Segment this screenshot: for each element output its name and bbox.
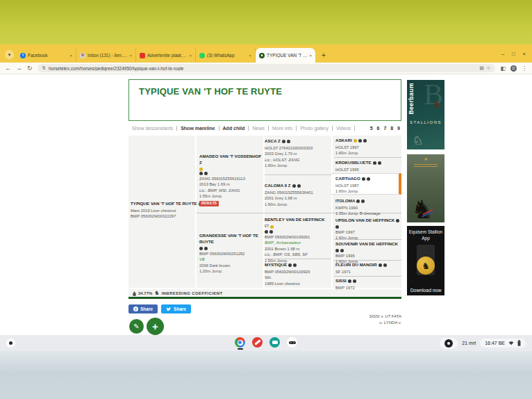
shelf-date[interactable]: 21 mrt (462, 341, 476, 345)
media-icon[interactable] (373, 161, 376, 165)
media-icon[interactable] (358, 139, 362, 142)
tab-advertentie[interactable]: Advertentie plaatsen 478482... × (136, 48, 196, 63)
close-tab-icon[interactable]: × (249, 54, 251, 58)
media-icon[interactable] (199, 247, 203, 250)
pedigree-icon[interactable] (353, 279, 356, 283)
red-app[interactable] (252, 337, 263, 348)
horse-link[interactable]: CARTHAGO (335, 176, 360, 182)
horse-link[interactable]: AMADEO VAN 'T VOSSENHOF Z (199, 154, 263, 166)
approved-icon[interactable] (199, 168, 203, 171)
studbook-link[interactable]: BWP_Ambassadeur (265, 240, 330, 245)
horse-link[interactable]: CALOMA II Z (265, 183, 291, 189)
horse-link[interactable]: KROKUSBLUETE (335, 160, 372, 166)
menu-videos[interactable]: Videos (332, 126, 355, 131)
pedigree-icon[interactable] (287, 140, 290, 143)
games-app[interactable] (287, 337, 297, 348)
translate-icon[interactable]: ▤ (479, 65, 483, 71)
site-settings-icon[interactable]: ⇅ (42, 65, 46, 71)
horse-link[interactable]: GRANDESSE VAN 'T HOF TE RUYTE (199, 233, 263, 245)
pedigree-icon[interactable] (378, 161, 381, 165)
media-icon[interactable] (356, 200, 360, 203)
profile-avatar[interactable]: D (510, 65, 517, 72)
media-icon[interactable] (396, 219, 399, 222)
forward-icon[interactable]: → (16, 65, 22, 72)
chrome-app[interactable] (235, 337, 245, 350)
media-icon[interactable] (282, 140, 285, 143)
horse-link[interactable]: BENTLEY VAN DE HEFFINCK (265, 217, 324, 223)
menu-more-info[interactable]: More info (268, 126, 296, 131)
maximize-button[interactable]: □ (512, 51, 515, 57)
close-tab-icon[interactable]: × (129, 54, 132, 58)
minimize-button[interactable]: – (501, 51, 504, 57)
pedigree-icon[interactable] (340, 249, 344, 252)
approved-icon[interactable] (270, 225, 274, 229)
pedigree-icon[interactable] (367, 177, 370, 181)
horse-link[interactable]: UPSILON VAN DE HEFFINCK (335, 218, 394, 224)
menu-news[interactable]: News (248, 126, 268, 131)
stallion-center-ad[interactable]: ✶ ♞ (407, 154, 444, 222)
pedigree-icon[interactable] (204, 247, 208, 250)
system-tray[interactable]: 16:47 BE (480, 339, 526, 348)
add-button[interactable]: + (147, 318, 164, 335)
close-window-button[interactable]: × (523, 51, 526, 57)
close-tab-icon[interactable]: × (189, 54, 192, 58)
studbook-link[interactable]: VB (199, 256, 263, 262)
edit-button[interactable]: ✎ (129, 319, 144, 334)
menu-photo-gallery[interactable]: Photo gallery (296, 126, 332, 131)
horse-link[interactable]: SOUVENIR VAN DE HEFFINCK (335, 241, 398, 247)
equisem-app-ad[interactable]: Equisem Stallion App ♞ Download now (407, 226, 444, 295)
horse-link[interactable]: FLEURI DU MANOIR (335, 262, 377, 268)
url-text[interactable]: horsetelex.com/horses/pedigree/2324950/t… (49, 66, 476, 71)
media-icon[interactable] (379, 263, 382, 267)
tab-facebook[interactable]: f Facebook × (17, 48, 76, 63)
pedigree-icon[interactable] (383, 263, 387, 267)
teal-app[interactable] (269, 337, 280, 348)
pedigree-icon[interactable] (269, 230, 273, 234)
facebook-share-button[interactable]: f Share (128, 304, 158, 314)
menu-add-child[interactable]: Add child (219, 126, 249, 131)
teal-app-icon (269, 337, 280, 348)
close-tab-icon[interactable]: × (69, 54, 72, 58)
tab-whatsapp[interactable]: (3) WhatsApp × (196, 48, 256, 63)
media-icon[interactable] (265, 230, 268, 234)
horse-link[interactable]: MYSTIQUE (265, 262, 287, 268)
pedigree-icon[interactable] (293, 263, 297, 267)
approved-icon[interactable] (354, 139, 357, 142)
horse-link[interactable]: TYPIQUE VAN 'T HOF TE RUYTE (131, 201, 197, 207)
horse-link[interactable]: SISSI (335, 278, 347, 284)
notification-pill[interactable] (440, 338, 458, 349)
media-icon[interactable] (199, 172, 203, 175)
tab-horsetelex-active[interactable]: ♞ TYPIQUE VAN 'T HOF TE RUY... × (256, 48, 315, 63)
pedigree-icon[interactable] (204, 172, 208, 175)
pagination-links[interactable]: 5 6 7 8 9 (370, 126, 401, 131)
pedigree-icon[interactable] (361, 200, 365, 203)
media-icon[interactable] (288, 263, 292, 267)
close-tab-icon[interactable]: × (309, 54, 312, 58)
back-icon[interactable]: ← (5, 65, 11, 72)
menu-show-descendants[interactable]: Show descendants (128, 126, 176, 131)
side-panel-icon[interactable]: ◧ (500, 65, 506, 72)
tab-search-icon[interactable]: ▾ (5, 50, 14, 59)
media-icon[interactable] (362, 177, 365, 181)
horse-link[interactable]: ASCA Z (265, 138, 281, 145)
media-icon[interactable] (348, 279, 351, 283)
media-icon[interactable] (292, 184, 296, 188)
bookmark-star-icon[interactable]: ☆ (487, 65, 491, 71)
twitter-share-button[interactable]: Share (161, 304, 191, 314)
tab-inbox[interactable]: M Inbox (131) - lien.deruyte@g... × (76, 48, 136, 63)
pedigree-icon[interactable] (297, 184, 301, 188)
reload-icon[interactable]: ↻ (27, 65, 33, 72)
horse-link[interactable]: ASKARI (335, 138, 352, 144)
browser-menu-icon[interactable]: ⋮ (522, 65, 527, 72)
results-badge[interactable]: RESULTS (199, 201, 219, 207)
download-now-link[interactable]: Download now (407, 288, 444, 293)
launcher-button[interactable] (6, 339, 15, 348)
menu-show-mareline[interactable]: Show mareline (176, 126, 218, 131)
horse-link[interactable]: ITOLOMA (335, 198, 355, 204)
new-tab-button[interactable]: + (319, 50, 329, 60)
pedigree-icon[interactable] (335, 225, 339, 229)
media-icon[interactable] (335, 249, 339, 252)
pedigree-icon[interactable] (363, 139, 367, 142)
beerbaum-stallions-ad[interactable]: B Beerbaum ♞ STALLIONS ♘ (407, 80, 444, 149)
address-bar[interactable]: ⇅ horsetelex.com/horses/pedigree/2324950… (38, 64, 496, 72)
